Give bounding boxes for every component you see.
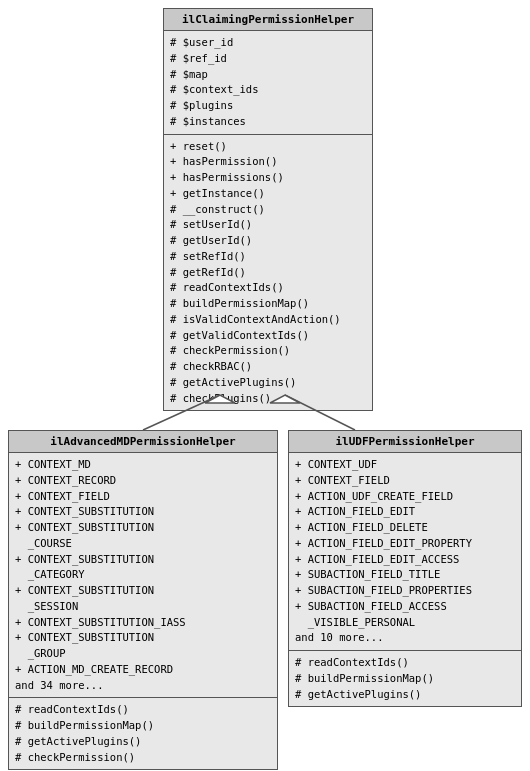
constant-item: + CONTEXT_SUBSTITUTION [15,504,271,520]
more-label: and 10 more... [295,630,515,646]
constant-item: + CONTEXT_SUBSTITUTION [15,520,271,536]
main-class-box: ilClaimingPermissionHelper # $user_id # … [163,8,373,411]
constant-item: + ACTION_FIELD_DELETE [295,520,515,536]
udf-class-methods: # readContextIds() # buildPermissionMap(… [289,651,521,706]
constant-item: + ACTION_UDF_CREATE_FIELD [295,489,515,505]
method-item: + reset() [170,139,366,155]
method-item: # getActivePlugins() [170,375,366,391]
method-item: # getRefId() [170,265,366,281]
method-item: + getInstance() [170,186,366,202]
constant-item: + ACTION_MD_CREATE_RECORD [15,662,271,678]
constant-item: + ACTION_FIELD_EDIT_PROPERTY [295,536,515,552]
field-item: # $plugins [170,98,366,114]
constant-item: + ACTION_FIELD_EDIT_ACCESS [295,552,515,568]
constant-item: + CONTEXT_UDF [295,457,515,473]
udf-class-title: ilUDFPermissionHelper [289,431,521,453]
diagram-container: ilClaimingPermissionHelper # $user_id # … [0,0,530,771]
method-item: # readContextIds() [170,280,366,296]
constant-item: _SESSION [15,599,271,615]
more-label: and 34 more... [15,678,271,694]
constant-item: + CONTEXT_FIELD [15,489,271,505]
constant-item: + CONTEXT_SUBSTITUTION [15,583,271,599]
method-item: # readContextIds() [295,655,515,671]
method-item: + hasPermissions() [170,170,366,186]
main-class-fields: # $user_id # $ref_id # $map # $context_i… [164,31,372,135]
method-item: # setUserId() [170,217,366,233]
field-item: # $instances [170,114,366,130]
field-item: # $context_ids [170,82,366,98]
main-class-methods: + reset() + hasPermission() + hasPermiss… [164,135,372,411]
method-item: # setRefId() [170,249,366,265]
constant-item: _VISIBLE_PERSONAL [295,615,515,631]
method-item: # checkPermission() [15,750,271,766]
method-item: # readContextIds() [15,702,271,718]
constant-item: + ACTION_FIELD_EDIT [295,504,515,520]
constant-item: + SUBACTION_FIELD_ACCESS [295,599,515,615]
constant-item: + CONTEXT_SUBSTITUTION [15,552,271,568]
method-item: + hasPermission() [170,154,366,170]
method-item: # __construct() [170,202,366,218]
method-item: # isValidContextAndAction() [170,312,366,328]
method-item: # getUserId() [170,233,366,249]
method-item: # getValidContextIds() [170,328,366,344]
method-item: # getActivePlugins() [15,734,271,750]
method-item: # buildPermissionMap() [15,718,271,734]
advanced-class-title: ilAdvancedMDPermissionHelper [9,431,277,453]
udf-class-constants: + CONTEXT_UDF + CONTEXT_FIELD + ACTION_U… [289,453,521,651]
advanced-class-constants: + CONTEXT_MD + CONTEXT_RECORD + CONTEXT_… [9,453,277,698]
constant-item: + CONTEXT_FIELD [295,473,515,489]
udf-class-box: ilUDFPermissionHelper + CONTEXT_UDF + CO… [288,430,522,707]
advanced-class-box: ilAdvancedMDPermissionHelper + CONTEXT_M… [8,430,278,770]
constant-item: + CONTEXT_MD [15,457,271,473]
method-item: # checkPlugins() [170,391,366,407]
constant-item: _COURSE [15,536,271,552]
constant-item: + CONTEXT_SUBSTITUTION_IASS [15,615,271,631]
method-item: # getActivePlugins() [295,687,515,703]
method-item: # checkPermission() [170,343,366,359]
constant-item: + SUBACTION_FIELD_TITLE [295,567,515,583]
method-item: # buildPermissionMap() [170,296,366,312]
method-item: # checkRBAC() [170,359,366,375]
constant-item: + CONTEXT_SUBSTITUTION [15,630,271,646]
constant-item: + CONTEXT_RECORD [15,473,271,489]
constant-item: _GROUP [15,646,271,662]
method-item: # buildPermissionMap() [295,671,515,687]
field-item: # $ref_id [170,51,366,67]
main-class-title: ilClaimingPermissionHelper [164,9,372,31]
field-item: # $map [170,67,366,83]
advanced-class-methods: # readContextIds() # buildPermissionMap(… [9,698,277,769]
field-item: # $user_id [170,35,366,51]
constant-item: + SUBACTION_FIELD_PROPERTIES [295,583,515,599]
constant-item: _CATEGORY [15,567,271,583]
